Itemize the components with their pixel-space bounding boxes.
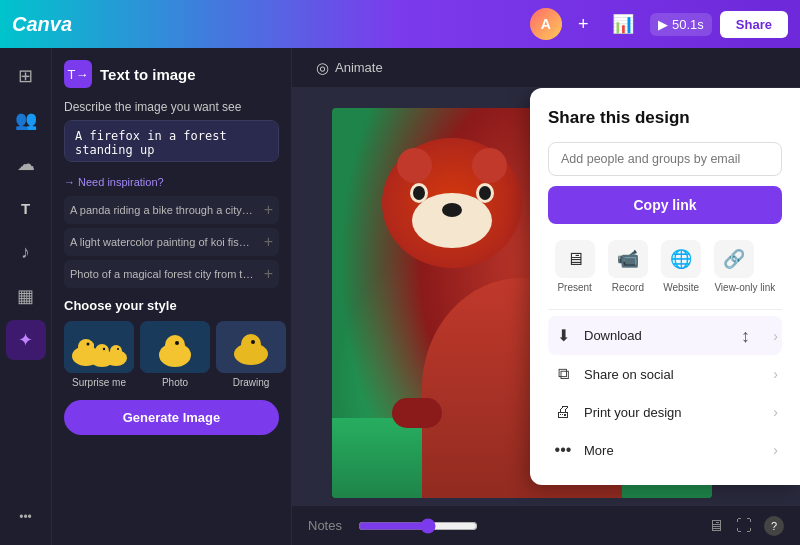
- style-surprise-me[interactable]: Surprise me: [64, 321, 134, 388]
- style-grid: Surprise me Photo: [64, 321, 279, 388]
- suggestion-item-1[interactable]: A light watercolor painting of koi fish …: [64, 228, 279, 256]
- present-label: Present: [555, 282, 595, 293]
- bottom-bar: Notes 🖥 ⛶ ?: [292, 505, 800, 545]
- animate-label: Animate: [335, 60, 383, 75]
- print-icon: 🖨: [552, 403, 574, 421]
- topbar: Canva A + 📊 ▶ 50.1s Share: [0, 0, 800, 48]
- panel-title: Text to image: [100, 66, 196, 83]
- animate-icon: ◎: [316, 59, 329, 77]
- app-logo: Canva: [12, 13, 72, 36]
- social-arrow: ›: [773, 366, 778, 382]
- sidebar-icon-cloud[interactable]: ☁: [6, 144, 46, 184]
- download-icon: ⬇: [552, 326, 574, 345]
- panda-nose: [442, 203, 462, 217]
- zoom-slider[interactable]: [358, 518, 478, 534]
- share-email-input[interactable]: [548, 142, 782, 176]
- copy-link-button[interactable]: Copy link: [548, 186, 782, 224]
- chart-button[interactable]: 📊: [604, 9, 642, 39]
- canvas-main: Share this design Copy link 🖥 Present 📹 …: [292, 88, 800, 505]
- style-thumb-photo: [140, 321, 210, 373]
- view-only-label: View-only link: [714, 282, 775, 293]
- paw-left: [392, 398, 442, 428]
- svg-point-10: [117, 348, 119, 350]
- download-label: Download: [584, 328, 763, 343]
- cursor-icon: ↕: [741, 325, 750, 346]
- bottom-icons: 🖥 ⛶ ?: [708, 516, 784, 536]
- suggestion-item-0[interactable]: A panda riding a bike through a city wit…: [64, 196, 279, 224]
- share-button[interactable]: Share: [720, 11, 788, 38]
- describe-label: Describe the image you want see: [64, 100, 279, 114]
- svg-point-14: [175, 341, 179, 345]
- panel-icon: T→: [64, 60, 92, 88]
- left-panel: T→ Text to image Describe the image you …: [52, 48, 292, 545]
- monitor-icon[interactable]: 🖥: [708, 517, 724, 535]
- notes-label: Notes: [308, 518, 342, 533]
- share-menu-print[interactable]: 🖨 Print your design ›: [548, 393, 782, 431]
- social-icon: ⧉: [552, 365, 574, 383]
- svg-point-7: [103, 348, 105, 350]
- website-icon: 🌐: [661, 240, 701, 278]
- fullscreen-icon[interactable]: ⛶: [736, 517, 752, 535]
- style-drawing[interactable]: Drawing: [216, 321, 286, 388]
- inspiration-link[interactable]: → Need inspiration?: [64, 176, 279, 188]
- share-menu-more[interactable]: ••• More ›: [548, 431, 782, 469]
- panda-ear-right: [472, 148, 507, 183]
- sidebar-icon-special[interactable]: ✦: [6, 320, 46, 360]
- suggestion-plus-2[interactable]: +: [264, 265, 273, 283]
- sidebar-icon-people[interactable]: 👥: [6, 100, 46, 140]
- suggestion-plus-1[interactable]: +: [264, 233, 273, 251]
- svg-point-4: [87, 343, 90, 346]
- style-label-photo: Photo: [140, 377, 210, 388]
- help-icon[interactable]: ?: [764, 516, 784, 536]
- sidebar-icon-more[interactable]: •••: [6, 497, 46, 537]
- website-label: Website: [661, 282, 701, 293]
- share-option-view-only[interactable]: 🔗 View-only link: [714, 240, 775, 293]
- avatar[interactable]: A: [530, 8, 562, 40]
- print-label: Print your design: [584, 405, 763, 420]
- panda-head: [382, 138, 522, 268]
- share-title: Share this design: [548, 108, 782, 128]
- view-only-icon: 🔗: [714, 240, 754, 278]
- panda-eye-left: [410, 183, 428, 203]
- sidebar-icon-music[interactable]: ♪: [6, 232, 46, 272]
- svg-point-17: [241, 334, 261, 354]
- svg-point-9: [110, 345, 122, 357]
- svg-point-13: [165, 335, 185, 355]
- share-option-record[interactable]: 📹 Record: [608, 240, 648, 293]
- share-panel: Share this design Copy link 🖥 Present 📹 …: [530, 88, 800, 485]
- style-label-surprise: Surprise me: [64, 377, 134, 388]
- panda-eye-right: [476, 183, 494, 203]
- print-arrow: ›: [773, 404, 778, 420]
- timer-display: ▶ 50.1s: [650, 13, 711, 36]
- animate-button[interactable]: ◎ Animate: [308, 55, 391, 81]
- style-thumb-drawing: [216, 321, 286, 373]
- plus-button[interactable]: +: [570, 10, 597, 39]
- panda-ear-left: [397, 148, 432, 183]
- suggestion-item-2[interactable]: Photo of a magical forest city from the …: [64, 260, 279, 288]
- style-thumb-surprise: [64, 321, 134, 373]
- share-menu-download[interactable]: ⬇ Download ↕ ›: [548, 316, 782, 355]
- svg-point-18: [251, 340, 255, 344]
- panel-header: T→ Text to image: [64, 60, 279, 88]
- play-icon: ▶: [658, 17, 672, 32]
- share-menu-social[interactable]: ⧉ Share on social ›: [548, 355, 782, 393]
- suggestion-plus-0[interactable]: +: [264, 201, 273, 219]
- more-label: More: [584, 443, 763, 458]
- sidebar-icon-apps[interactable]: ▦: [6, 276, 46, 316]
- prompt-input[interactable]: A firefox in a forest standing up: [64, 120, 279, 162]
- download-arrow: ›: [773, 328, 778, 344]
- share-options: 🖥 Present 📹 Record 🌐 Website 🔗 View-only…: [548, 240, 782, 293]
- share-option-present[interactable]: 🖥 Present: [555, 240, 595, 293]
- share-divider: [548, 309, 782, 310]
- more-arrow: ›: [773, 442, 778, 458]
- sidebar-icon-home[interactable]: ⊞: [6, 56, 46, 96]
- record-label: Record: [608, 282, 648, 293]
- record-icon: 📹: [608, 240, 648, 278]
- share-option-website[interactable]: 🌐 Website: [661, 240, 701, 293]
- style-photo[interactable]: Photo: [140, 321, 210, 388]
- style-header: Choose your style: [64, 298, 279, 313]
- sidebar-icon-text[interactable]: T: [6, 188, 46, 228]
- canvas-toolbar: ◎ Animate: [292, 48, 800, 88]
- more-options-icon: •••: [552, 441, 574, 459]
- generate-button[interactable]: Generate Image: [64, 400, 279, 435]
